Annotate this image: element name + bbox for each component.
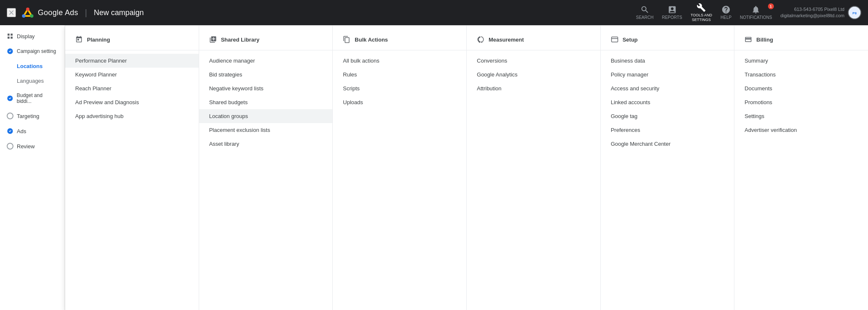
billing-column: Billing Summary Transactions Documents P… bbox=[734, 26, 868, 310]
calendar-icon bbox=[75, 36, 83, 43]
menu-item-promotions[interactable]: Promotions bbox=[734, 95, 868, 109]
menu-item-policy-manager[interactable]: Policy manager bbox=[601, 68, 734, 81]
menu-item-performance-planner[interactable]: Performance Planner bbox=[65, 54, 199, 68]
search-nav-button[interactable]: SEARCH bbox=[636, 5, 654, 20]
notifications-nav-button[interactable]: 1 NOTIFICATIONS bbox=[740, 5, 772, 20]
sidebar-languages-label: Languages bbox=[17, 78, 44, 84]
menu-item-app-advertising[interactable]: App advertising hub bbox=[65, 109, 199, 123]
menu-item-rules[interactable]: Rules bbox=[333, 68, 466, 81]
top-navigation: Google Ads | New campaign SEARCH REPORTS… bbox=[0, 0, 868, 25]
shared-library-header: Shared Library bbox=[199, 36, 333, 50]
menu-item-conversions[interactable]: Conversions bbox=[467, 54, 600, 68]
app-title: Google Ads bbox=[38, 8, 78, 17]
setup-icon bbox=[611, 36, 618, 43]
menu-item-negative-keyword[interactable]: Negative keyword lists bbox=[199, 81, 333, 95]
sidebar-ads-label: Ads bbox=[17, 128, 26, 134]
menu-item-scripts[interactable]: Scripts bbox=[333, 81, 466, 95]
measurement-icon bbox=[477, 36, 484, 43]
billing-header: Billing bbox=[734, 36, 868, 50]
menu-item-attribution[interactable]: Attribution bbox=[467, 81, 600, 95]
tools-nav-label: TOOLS AND SETTINGS bbox=[691, 13, 712, 22]
sidebar-item-languages[interactable]: Languages bbox=[0, 74, 65, 88]
menu-item-shared-budgets[interactable]: Shared budgets bbox=[199, 95, 333, 109]
bulk-icon bbox=[343, 36, 350, 43]
menu-item-all-bulk-actions[interactable]: All bulk actions bbox=[333, 54, 466, 68]
sidebar-item-campaign-setting[interactable]: Campaign setting bbox=[0, 44, 65, 59]
help-nav-button[interactable]: HELP bbox=[721, 5, 731, 20]
account-email: digitalmarketing@pixel8ltd.com bbox=[781, 13, 844, 19]
menu-item-ad-preview[interactable]: Ad Preview and Diagnosis bbox=[65, 95, 199, 109]
menu-item-settings[interactable]: Settings bbox=[734, 109, 868, 123]
setup-header: Setup bbox=[601, 36, 734, 50]
account-avatar[interactable]: P8 bbox=[848, 6, 861, 19]
account-details: 613-543-6705 Pixel8 Ltd digitalmarketing… bbox=[781, 6, 844, 19]
svg-point-2 bbox=[22, 14, 25, 18]
menu-item-summary[interactable]: Summary bbox=[734, 54, 868, 68]
notifications-nav-label: NOTIFICATIONS bbox=[740, 15, 772, 20]
menu-item-transactions[interactable]: Transactions bbox=[734, 68, 868, 81]
sidebar-display-label: Display bbox=[17, 33, 35, 39]
tools-nav-button[interactable]: TOOLS AND SETTINGS bbox=[691, 3, 712, 22]
menu-item-documents[interactable]: Documents bbox=[734, 81, 868, 95]
shared-library-column: Shared Library Audience manager Bid stra… bbox=[199, 26, 333, 310]
menu-item-business-data[interactable]: Business data bbox=[601, 54, 734, 68]
account-info[interactable]: 613-543-6705 Pixel8 Ltd digitalmarketing… bbox=[781, 6, 861, 19]
search-nav-label: SEARCH bbox=[636, 15, 654, 20]
menu-item-placement-exclusion[interactable]: Placement exclusion lists bbox=[199, 123, 333, 137]
account-phone: 613-543-6705 Pixel8 Ltd bbox=[781, 6, 844, 13]
sidebar-budget-label: Budget and biddi... bbox=[17, 92, 58, 104]
sidebar-item-ads[interactable]: Ads bbox=[0, 123, 65, 139]
sidebar-campaign-label: Campaign setting bbox=[17, 48, 56, 54]
reports-nav-button[interactable]: REPORTS bbox=[662, 5, 682, 20]
sidebar: Display Campaign setting Locations Langu… bbox=[0, 25, 65, 310]
svg-rect-10 bbox=[611, 37, 618, 42]
budget-check-icon bbox=[7, 95, 13, 102]
bulk-actions-header: Bulk Actions bbox=[333, 36, 466, 50]
menu-item-access-security[interactable]: Access and security bbox=[601, 81, 734, 95]
measurement-column: Measurement Conversions Google Analytics… bbox=[467, 26, 601, 310]
sidebar-item-display[interactable]: Display bbox=[0, 29, 65, 44]
close-button[interactable] bbox=[7, 8, 16, 17]
menu-item-uploads[interactable]: Uploads bbox=[333, 95, 466, 109]
planning-header-label: Planning bbox=[87, 37, 110, 43]
sidebar-item-locations[interactable]: Locations bbox=[0, 59, 65, 74]
menu-item-advertiser-verification[interactable]: Advertiser verification bbox=[734, 123, 868, 137]
menu-item-preferences[interactable]: Preferences bbox=[601, 123, 734, 137]
help-nav-label: HELP bbox=[721, 15, 731, 20]
setup-header-label: Setup bbox=[623, 37, 638, 43]
svg-point-3 bbox=[30, 14, 34, 18]
grid-icon bbox=[7, 33, 13, 39]
menu-item-google-analytics[interactable]: Google Analytics bbox=[467, 68, 600, 81]
sidebar-targeting-label: Targeting bbox=[17, 113, 39, 119]
sidebar-item-review[interactable]: Review bbox=[0, 139, 65, 154]
menu-item-keyword-planner[interactable]: Keyword Planner bbox=[65, 68, 199, 81]
sidebar-item-targeting[interactable]: Targeting bbox=[0, 108, 65, 123]
sidebar-item-budget[interactable]: Budget and biddi... bbox=[0, 88, 65, 108]
empty-circle-icon bbox=[7, 113, 13, 119]
reports-nav-label: REPORTS bbox=[662, 15, 682, 20]
billing-header-label: Billing bbox=[756, 37, 773, 43]
nav-right: SEARCH REPORTS TOOLS AND SETTINGS HELP 1… bbox=[636, 3, 861, 22]
menu-item-bid-strategies[interactable]: Bid strategies bbox=[199, 68, 333, 81]
svg-text:P8: P8 bbox=[852, 11, 857, 15]
main-layout: Display Campaign setting Locations Langu… bbox=[0, 25, 868, 310]
menu-item-google-merchant[interactable]: Google Merchant Center bbox=[601, 137, 734, 151]
measurement-header-label: Measurement bbox=[489, 37, 524, 43]
sidebar-locations-label: Locations bbox=[17, 63, 42, 69]
planning-header: Planning bbox=[65, 36, 199, 50]
nav-left: Google Ads | New campaign bbox=[7, 6, 631, 19]
menu-item-asset-library[interactable]: Asset library bbox=[199, 137, 333, 151]
library-icon bbox=[209, 36, 217, 43]
shared-library-header-label: Shared Library bbox=[221, 37, 260, 43]
measurement-header: Measurement bbox=[467, 36, 600, 50]
bulk-actions-column: Bulk Actions All bulk actions Rules Scri… bbox=[333, 26, 467, 310]
dropdown-menu: Planning Performance Planner Keyword Pla… bbox=[65, 25, 868, 310]
menu-item-linked-accounts[interactable]: Linked accounts bbox=[601, 95, 734, 109]
menu-item-reach-planner[interactable]: Reach Planner bbox=[65, 81, 199, 95]
menu-item-google-tag[interactable]: Google tag bbox=[601, 109, 734, 123]
menu-item-location-groups[interactable]: Location groups bbox=[199, 109, 333, 123]
sidebar-review-label: Review bbox=[17, 143, 35, 150]
google-ads-logo: Google Ads bbox=[21, 6, 78, 19]
billing-icon bbox=[744, 36, 752, 43]
menu-item-audience-manager[interactable]: Audience manager bbox=[199, 54, 333, 68]
